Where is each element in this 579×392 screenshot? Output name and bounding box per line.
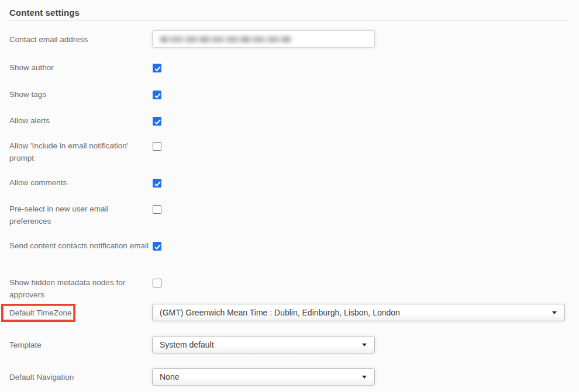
allow-email-notification-prompt-checkbox[interactable] [153, 142, 161, 151]
template-value: System default [160, 340, 214, 349]
checkmark-icon [153, 179, 162, 188]
preselect-email-preferences-label: Pre-select in new user email preferences [9, 203, 149, 227]
default-timezone-label: Default TimeZone [9, 307, 80, 319]
show-author-label: Show author [9, 61, 149, 74]
checkmark-icon [153, 117, 162, 126]
allow-comments-label: Allow comments [9, 176, 149, 189]
allow-alerts-checkbox[interactable] [153, 117, 161, 126]
chevron-down-icon [362, 344, 367, 346]
contact-email-label: Contact email address [9, 33, 149, 46]
show-tags-label: Show tags [9, 88, 149, 100]
contact-email-input[interactable] [152, 30, 375, 48]
show-tags-checkbox[interactable] [153, 91, 161, 99]
template-select[interactable]: System default [152, 336, 375, 353]
show-hidden-metadata-checkbox[interactable] [153, 279, 161, 287]
send-contacts-notification-checkbox[interactable] [153, 242, 161, 251]
content-settings-page: Content settings Contact email address S… [0, 0, 579, 392]
checkmark-icon [153, 91, 162, 100]
default-navigation-label: Default Navigation [9, 371, 149, 383]
redacted-email-value [160, 36, 292, 43]
default-navigation-select[interactable]: None [152, 368, 375, 386]
show-author-checkbox[interactable] [153, 64, 161, 72]
section-divider [9, 20, 570, 21]
allow-email-notification-prompt-label: Allow 'Include in email notification' pr… [9, 140, 149, 164]
send-contacts-notification-label: Send content contacts notification email [9, 240, 149, 252]
chevron-down-icon [362, 376, 367, 379]
checkmark-icon [153, 64, 162, 73]
default-timezone-select[interactable]: (GMT) Greenwich Mean Time : Dublin, Edin… [152, 304, 565, 321]
default-timezone-value: (GMT) Greenwich Mean Time : Dublin, Edin… [160, 308, 400, 317]
allow-alerts-label: Allow alerts [9, 115, 149, 127]
page-title: Content settings [9, 8, 80, 18]
preselect-email-preferences-checkbox[interactable] [153, 205, 161, 214]
chevron-down-icon [552, 311, 557, 314]
allow-comments-checkbox[interactable] [153, 179, 161, 188]
checkmark-icon [153, 242, 162, 251]
default-navigation-value: None [160, 372, 179, 381]
template-label: Template [9, 339, 149, 351]
show-hidden-metadata-label: Show hidden metadata nodes for approvers [9, 276, 149, 301]
